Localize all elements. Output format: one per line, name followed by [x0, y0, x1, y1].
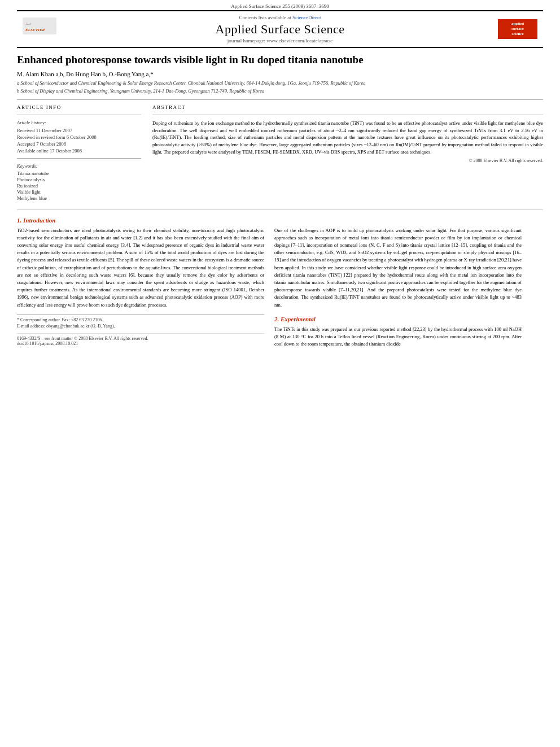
homepage-text: journal homepage: www.elsevier.com/locat…	[228, 38, 333, 43]
sciencedirect-text: ScienceDirect	[292, 15, 321, 20]
experimental-heading: 2. Experimental	[274, 316, 522, 322]
divider-info	[17, 115, 141, 115]
history-label: Article history:	[17, 120, 141, 125]
experimental-number: 2.	[274, 316, 279, 322]
revised-date: Received in revised form 6 October 2008	[17, 134, 141, 140]
intro-heading: 1. Introduction	[17, 217, 543, 224]
abstract-col: ABSTRACT Doping of ruthenium by the ion …	[152, 104, 543, 202]
keyword-4: Visible light	[17, 189, 141, 195]
keyword-5: Methylene blue	[17, 195, 141, 201]
authors: M. Alam Khan a,b, Do Hung Han b, O.-Bong…	[17, 71, 543, 77]
divider	[17, 99, 543, 100]
intro-left-text: TiO2-based semiconductors are ideal phot…	[17, 227, 264, 309]
intro-right-text: One of the challenges in AOP is to build…	[274, 227, 522, 309]
journal-header-center: Contents lists available at ScienceDirec…	[62, 15, 498, 43]
svg-text:ELSEVIER: ELSEVIER	[25, 28, 45, 32]
journal-header: 📖 ELSEVIER Contents lists available at S…	[17, 10, 543, 48]
experimental-title: Experimental	[281, 316, 316, 322]
journal-homepage: journal homepage: www.elsevier.com/locat…	[62, 38, 498, 43]
article-info-label: ARTICLE INFO	[17, 104, 141, 110]
received-date: Received 11 December 2007	[17, 128, 141, 133]
divider-keywords	[17, 158, 141, 159]
footer-doi: doi:10.1016/j.apsusc.2008.10.021	[17, 341, 264, 346]
affiliation-a: a School of Semiconductor and Chemical E…	[17, 80, 543, 87]
keyword-2: Photocatalysis	[17, 177, 141, 182]
journal-title: Applied Surface Science	[62, 22, 498, 37]
keyword-3: Ru ionized	[17, 183, 141, 189]
abstract-text: Doping of ruthenium by the ion exchange …	[152, 120, 543, 156]
elsevier-logo-text: 📖 ELSEVIER	[23, 18, 59, 41]
contents-text: Contents lists available at	[239, 15, 291, 20]
main-content: 1. Introduction TiO2-based semiconductor…	[17, 217, 543, 348]
journal-reference: Applied Surface Science 255 (2009) 3687–…	[0, 0, 560, 10]
keyword-1: Titania nanotube	[17, 171, 141, 176]
footnotes: * Corresponding author. Fax: +82 63 270 …	[17, 314, 264, 329]
journal-logo-small: appliedsurfacescience	[498, 19, 537, 39]
abstract-label: ABSTRACT	[152, 104, 543, 110]
intro-two-col: TiO2-based semiconductors are ideal phot…	[17, 227, 543, 348]
copyright-line: © 2008 Elsevier B.V. All rights reserved…	[152, 158, 543, 163]
article-body: Enhanced photoresponse towards visible l…	[17, 48, 543, 207]
intro-col-right: One of the challenges in AOP is to build…	[274, 227, 522, 348]
keywords-title: Keywords:	[17, 163, 141, 169]
divider-abstract	[152, 115, 543, 115]
info-abstract-section: ARTICLE INFO Article history: Received 1…	[17, 104, 543, 202]
footer-issn: 0169-4332/$ – see front matter © 2008 El…	[17, 336, 264, 341]
article-title: Enhanced photoresponse towards visible l…	[17, 54, 543, 66]
available-date: Available online 17 October 2008	[17, 148, 141, 154]
intro-col-left: TiO2-based semiconductors are ideal phot…	[17, 227, 264, 348]
accepted-date: Accepted 7 October 2008	[17, 141, 141, 147]
contents-line: Contents lists available at ScienceDirec…	[62, 15, 498, 20]
footnote-email: E-mail address: obyang@chonbuk.ac.kr (O.…	[17, 324, 264, 329]
authors-text: M. Alam Khan a,b, Do Hung Han b, O.-Bong…	[17, 71, 154, 77]
article-info-col: ARTICLE INFO Article history: Received 1…	[17, 104, 141, 202]
experimental-text: The TiNTs in this study was prepared as …	[274, 326, 522, 348]
journal-ref-text: Applied Surface Science 255 (2009) 3687–…	[231, 3, 329, 9]
elsevier-svg: 📖 ELSEVIER	[23, 18, 56, 40]
intro-title: Introduction	[23, 217, 55, 224]
journal-logo-box: appliedsurfacescience	[498, 19, 537, 39]
footnote-corresponding: * Corresponding author. Fax: +82 63 270 …	[17, 317, 264, 322]
sciencedirect-link[interactable]: ScienceDirect	[292, 15, 321, 20]
affiliation-b: b School of Display and Chemical Enginee…	[17, 88, 543, 95]
keywords-section: Keywords: Titania nanotube Photocatalysi…	[17, 163, 141, 201]
journal-title-text: Applied Surface Science	[216, 22, 345, 36]
footer-info: 0169-4332/$ – see front matter © 2008 El…	[17, 333, 264, 346]
intro-number: 1.	[17, 217, 21, 224]
elsevier-logo: 📖 ELSEVIER	[23, 18, 62, 41]
